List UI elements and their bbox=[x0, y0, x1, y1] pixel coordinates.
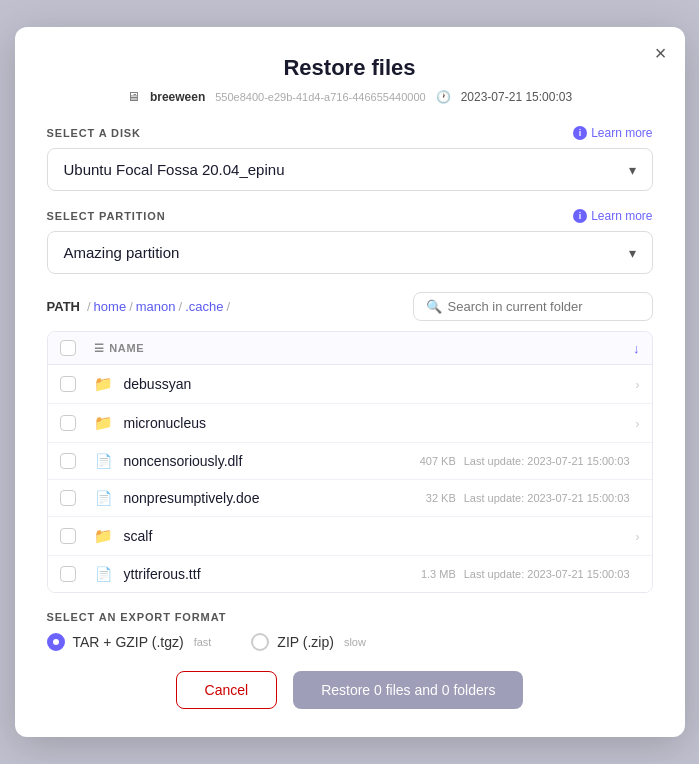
sort-icon[interactable]: ↓ bbox=[633, 341, 640, 356]
row-checkbox[interactable] bbox=[60, 376, 76, 392]
path-cache[interactable]: .cache bbox=[185, 299, 223, 314]
search-box[interactable]: 🔍 bbox=[413, 292, 653, 321]
file-meta: 1.3 MB Last update: 2023-07-21 15:00:03 bbox=[421, 568, 630, 580]
restore-files-modal: × Restore files 🖥 breeween 550e8400-e29b… bbox=[15, 27, 685, 737]
name-column-header: NAME bbox=[109, 342, 144, 354]
disk-label: SELECT A DISK bbox=[47, 127, 141, 139]
disk-section-header: SELECT A DISK i Learn more bbox=[47, 126, 653, 140]
disk-learn-more[interactable]: i Learn more bbox=[573, 126, 652, 140]
modal-overlay: × Restore files 🖥 breeween 550e8400-e29b… bbox=[0, 0, 699, 764]
path-label: PATH bbox=[47, 299, 80, 314]
file-last-update: Last update: 2023-07-21 15:00:03 bbox=[464, 492, 630, 504]
file-icon: 📄 bbox=[95, 566, 112, 582]
export-options: TAR + GZIP (.tgz) fast ZIP (.zip) slow bbox=[47, 633, 653, 651]
machine-id: 550e8400-e29b-41d4-a716-446655440000 bbox=[215, 91, 425, 103]
table-row[interactable]: 📄 noncensoriously.dlf 407 KB Last update… bbox=[48, 443, 652, 480]
chevron-right-icon: › bbox=[635, 529, 639, 544]
modal-meta: 🖥 breeween 550e8400-e29b-41d4-a716-44665… bbox=[47, 89, 653, 104]
search-input[interactable] bbox=[448, 299, 640, 314]
disk-chevron-icon: ▾ bbox=[629, 162, 636, 178]
file-size: 407 KB bbox=[420, 455, 456, 467]
folder-icon: 📁 bbox=[94, 527, 113, 545]
disk-selected: Ubuntu Focal Fossa 20.04_epinu bbox=[64, 161, 285, 178]
file-name: nonpresumptively.doe bbox=[124, 490, 416, 506]
close-button[interactable]: × bbox=[655, 43, 667, 63]
row-checkbox[interactable] bbox=[60, 528, 76, 544]
clock-icon: 🕐 bbox=[436, 90, 451, 104]
file-name: debussyan bbox=[124, 376, 616, 392]
tgz-speed: fast bbox=[194, 636, 212, 648]
row-checkbox[interactable] bbox=[60, 490, 76, 506]
zip-radio[interactable] bbox=[251, 633, 269, 651]
tgz-radio[interactable] bbox=[47, 633, 65, 651]
machine-name: breeween bbox=[150, 90, 205, 104]
path-breadcrumb: PATH / home / manon / .cache / bbox=[47, 299, 232, 314]
table-row[interactable]: 📄 yttriferous.ttf 1.3 MB Last update: 20… bbox=[48, 556, 652, 592]
file-name: micronucleus bbox=[124, 415, 616, 431]
partition-selected: Amazing partition bbox=[64, 244, 180, 261]
file-icon: 📄 bbox=[95, 453, 112, 469]
file-name: noncensoriously.dlf bbox=[124, 453, 410, 469]
zip-label: ZIP (.zip) bbox=[277, 634, 334, 650]
machine-icon: 🖥 bbox=[127, 89, 140, 104]
partition-learn-more[interactable]: i Learn more bbox=[573, 209, 652, 223]
list-icon: ☰ bbox=[94, 342, 105, 355]
file-size: 1.3 MB bbox=[421, 568, 456, 580]
table-row[interactable]: 📁 scalf › bbox=[48, 517, 652, 556]
export-section: SELECT AN EXPORT FORMAT TAR + GZIP (.tgz… bbox=[47, 611, 653, 651]
file-name: yttriferous.ttf bbox=[124, 566, 411, 582]
partition-info-icon: i bbox=[573, 209, 587, 223]
partition-dropdown[interactable]: Amazing partition ▾ bbox=[47, 231, 653, 274]
chevron-right-icon: › bbox=[635, 416, 639, 431]
partition-label: SELECT PARTITION bbox=[47, 210, 166, 222]
disk-dropdown[interactable]: Ubuntu Focal Fossa 20.04_epinu ▾ bbox=[47, 148, 653, 191]
folder-icon: 📁 bbox=[94, 375, 113, 393]
export-label: SELECT AN EXPORT FORMAT bbox=[47, 611, 653, 623]
disk-info-icon: i bbox=[573, 126, 587, 140]
file-meta: 32 KB Last update: 2023-07-21 15:00:03 bbox=[426, 492, 630, 504]
file-table-header: ☰ NAME ↓ bbox=[48, 332, 652, 365]
row-checkbox[interactable] bbox=[60, 415, 76, 431]
footer-buttons: Cancel Restore 0 files and 0 folders bbox=[47, 671, 653, 709]
restore-button[interactable]: Restore 0 files and 0 folders bbox=[293, 671, 523, 709]
path-manon[interactable]: manon bbox=[136, 299, 176, 314]
timestamp: 2023-07-21 15:00:03 bbox=[461, 90, 572, 104]
row-checkbox[interactable] bbox=[60, 566, 76, 582]
partition-section-header: SELECT PARTITION i Learn more bbox=[47, 209, 653, 223]
file-name: scalf bbox=[124, 528, 616, 544]
row-checkbox[interactable] bbox=[60, 453, 76, 469]
folder-icon: 📁 bbox=[94, 414, 113, 432]
partition-chevron-icon: ▾ bbox=[629, 245, 636, 261]
table-row[interactable]: 📄 nonpresumptively.doe 32 KB Last update… bbox=[48, 480, 652, 517]
zip-speed: slow bbox=[344, 636, 366, 648]
table-row[interactable]: 📁 micronucleus › bbox=[48, 404, 652, 443]
partition-learn-more-text: Learn more bbox=[591, 209, 652, 223]
table-row[interactable]: 📁 debussyan › bbox=[48, 365, 652, 404]
file-icon: 📄 bbox=[95, 490, 112, 506]
disk-learn-more-text: Learn more bbox=[591, 126, 652, 140]
modal-title: Restore files bbox=[47, 55, 653, 81]
path-search-row: PATH / home / manon / .cache / 🔍 bbox=[47, 292, 653, 321]
file-last-update: Last update: 2023-07-21 15:00:03 bbox=[464, 455, 630, 467]
cancel-button[interactable]: Cancel bbox=[176, 671, 278, 709]
chevron-right-icon: › bbox=[635, 377, 639, 392]
file-meta: 407 KB Last update: 2023-07-21 15:00:03 bbox=[420, 455, 630, 467]
path-home[interactable]: home bbox=[94, 299, 127, 314]
file-last-update: Last update: 2023-07-21 15:00:03 bbox=[464, 568, 630, 580]
file-table: ☰ NAME ↓ 📁 debussyan › 📁 micronucleus › bbox=[47, 331, 653, 593]
export-tgz-option[interactable]: TAR + GZIP (.tgz) fast bbox=[47, 633, 212, 651]
file-size: 32 KB bbox=[426, 492, 456, 504]
export-zip-option[interactable]: ZIP (.zip) slow bbox=[251, 633, 366, 651]
tgz-label: TAR + GZIP (.tgz) bbox=[73, 634, 184, 650]
select-all-checkbox[interactable] bbox=[60, 340, 76, 356]
search-icon: 🔍 bbox=[426, 299, 442, 314]
